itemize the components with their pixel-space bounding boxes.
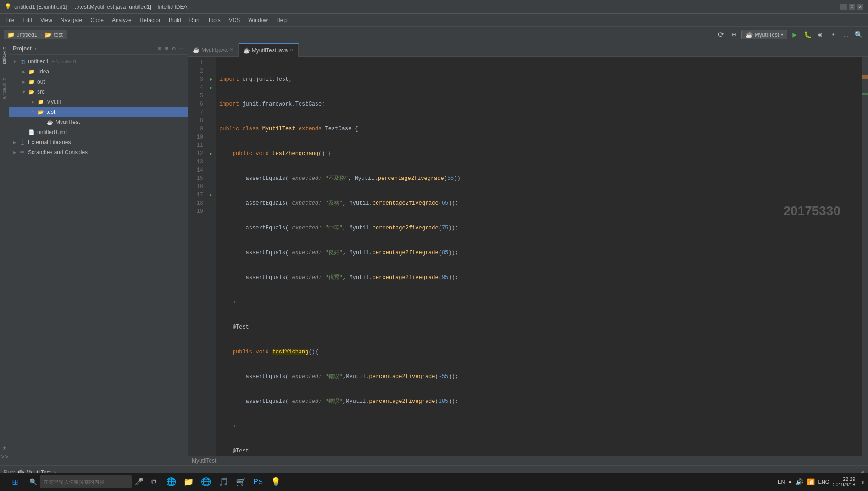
taskbar-icon-photoshop[interactable]: Ps [251, 474, 266, 489]
new-file-button[interactable]: ⊕ [157, 45, 162, 52]
menu-file[interactable]: File [2, 15, 18, 25]
collapse-all-button[interactable]: ≡ [164, 45, 170, 52]
coverage-button[interactable]: ◉ [815, 29, 826, 40]
taskbar-start-button[interactable]: ⊞ [4, 474, 27, 489]
taskbar-icon-music[interactable]: 🎵 [216, 474, 231, 489]
side-icon-structure[interactable]: 2: Structure [1, 76, 8, 101]
expand-arrow-idea: ▸ [20, 68, 28, 75]
folder-icon-myutil: 📁 [37, 99, 45, 105]
tree-label-out: out [37, 78, 45, 85]
taskbar-search-input[interactable] [40, 475, 132, 488]
expand-arrow-out: ▸ [20, 78, 28, 85]
run-button[interactable]: ▶ [789, 29, 800, 40]
tab-close-myutil[interactable]: ✕ [229, 47, 234, 53]
taskbar-icon-idea[interactable]: 💡 [268, 474, 283, 489]
windows-logo-icon: ⊞ [12, 476, 18, 488]
tree-item-iml[interactable]: ▸ 📄 untitled1.iml [9, 127, 188, 137]
tree-item-myutil[interactable]: ▸ 📁 Myutil [9, 97, 188, 107]
taskbar: ⊞ 🔍 🎤 ⧉ 🌐 📁 🌐 🎵 🛒 Ps 💡 EN ▲ 🔊 📶 ENG 22:2… [0, 473, 868, 491]
breadcrumb-sep: › [40, 32, 42, 38]
editor-breadcrumb: MyutilTest [188, 456, 868, 465]
side-icon-favorites[interactable]: ★ [2, 444, 6, 452]
tree-item-test[interactable]: ▾ 📂 test [9, 107, 188, 117]
tab-myutil[interactable]: ☕ Myutil.java ✕ [188, 43, 239, 57]
menu-bar: File Edit View Navigate Code Analyze Ref… [0, 14, 868, 27]
menu-refactor[interactable]: Refactor [136, 15, 164, 25]
minimize-panel-button[interactable]: ─ [178, 45, 184, 52]
project-dropdown-arrow[interactable]: ▾ [34, 46, 37, 51]
tab-close-myutiltest[interactable]: ✕ [289, 47, 294, 53]
maximize-button[interactable]: □ [849, 4, 855, 10]
menu-run[interactable]: Run [186, 15, 203, 25]
taskbar-icon-store[interactable]: 🛒 [234, 474, 248, 489]
side-panel-left: 1: Project 2: Structure ★ >> [0, 43, 9, 465]
code-editor[interactable]: 1 2 3 4 5 6 7 8 9 10 11 12 13 14 15 16 1… [188, 57, 868, 456]
taskbar-show-desktop[interactable]: ▮ [859, 479, 864, 485]
expand-arrow-myutil: ▸ [29, 99, 37, 105]
side-icon-project[interactable]: 1: Project [1, 45, 8, 66]
tab-label-myutil: Myutil.java [201, 47, 228, 53]
tab-myutiltest[interactable]: ☕ MyutilTest.java ✕ [239, 43, 299, 57]
folder-icon-out: 📁 [28, 79, 36, 85]
taskbar-wifi-icon[interactable]: 📶 [807, 478, 815, 486]
taskbar-icon-ie[interactable]: 🌐 [199, 474, 213, 489]
tab-label-myutiltest: MyutilTest.java [252, 47, 288, 54]
more-tools-button[interactable]: … [840, 29, 851, 40]
tree-label-test: test [46, 109, 55, 115]
tree-label-untitled1: untitled1 [28, 58, 49, 65]
expand-arrow-untitled1: ▾ [11, 58, 18, 65]
side-icon-more[interactable]: >> [0, 453, 8, 461]
expand-arrow-scratches: ▸ [11, 149, 18, 156]
sync-button[interactable]: ⟳ [716, 29, 727, 40]
menu-navigate[interactable]: Navigate [57, 15, 86, 25]
taskbar-up-arrow[interactable]: ▲ [788, 479, 791, 485]
profile-button[interactable]: ⚡ [828, 29, 839, 40]
folder-icon-idea: 📁 [28, 69, 36, 75]
taskbar-icon-folder[interactable]: 📁 [181, 474, 196, 489]
close-button[interactable]: ✕ [857, 4, 863, 10]
project-panel: Project ▾ ⊕ ≡ ⚙ ─ ▾ ◫ untitled1 E:\untit… [9, 43, 188, 465]
tree-item-myutiltest[interactable]: ▸ ☕ MyutilTest [9, 117, 188, 127]
tree-label-myutil: Myutil [46, 99, 61, 105]
tree-leaf-myutiltest: ▸ [39, 119, 46, 125]
tree-item-scratches[interactable]: ▸ ✏ Scratches and Consoles [9, 147, 188, 157]
search-everywhere-button[interactable]: 🔍 [853, 29, 864, 40]
menu-vcs[interactable]: VCS [225, 15, 244, 25]
title-bar: 💡 untitled1 [E:\untitled1] – ...\test\My… [0, 0, 868, 14]
settings-button[interactable]: ⚙ [171, 45, 177, 52]
right-scrollbar[interactable] [862, 57, 868, 456]
menu-tools[interactable]: Tools [204, 15, 224, 25]
tree-item-out[interactable]: ▸ 📁 out [9, 77, 188, 87]
project-panel-title: Project [13, 45, 32, 52]
menu-code[interactable]: Code [87, 15, 107, 25]
tree-label-extlibs: External Libraries [28, 139, 71, 145]
run-config-selector[interactable]: ☕ MyutilTest ▾ [741, 30, 787, 39]
taskbar-icon-edge[interactable]: 🌐 [164, 474, 178, 489]
tree-item-src[interactable]: ▾ 📂 src [9, 87, 188, 97]
menu-build[interactable]: Build [165, 15, 185, 25]
gutter: ▶ ▶ ▶ ▶ [206, 57, 216, 456]
taskbar-right: EN ▲ 🔊 📶 ENG 22:29 2019/4/18 ▮ [778, 476, 864, 487]
menu-analyze[interactable]: Analyze [108, 15, 135, 25]
taskbar-clock: 22:29 [833, 476, 855, 482]
tree-item-idea[interactable]: ▸ 📁 .idea [9, 67, 188, 77]
tree-item-extlibs[interactable]: ▸ 🗄 External Libraries [9, 137, 188, 147]
folder-icon: 📂 [45, 31, 52, 38]
debug-button[interactable]: 🐛 [802, 29, 813, 40]
menu-view[interactable]: View [37, 15, 56, 25]
breadcrumb-folder: test [54, 32, 62, 38]
taskbar-date: 2019/4/18 [833, 482, 855, 487]
project-breadcrumb[interactable]: 📁 untitled1 › 📂 test [4, 30, 67, 39]
menu-window[interactable]: Window [245, 15, 272, 25]
tab-icon-myutiltest: ☕ [243, 47, 250, 54]
code-content[interactable]: import org.junit.Test; import junit.fram… [216, 57, 862, 456]
taskbar-volume-icon[interactable]: 🔊 [796, 478, 803, 486]
layout-button[interactable]: ⊞ [729, 29, 740, 40]
run-config-name: MyutilTest [755, 32, 779, 38]
menu-help[interactable]: Help [273, 15, 291, 25]
taskbar-mic-icon[interactable]: 🎤 [134, 477, 144, 486]
menu-edit[interactable]: Edit [19, 15, 36, 25]
taskbar-icon-taskview[interactable]: ⧉ [146, 474, 161, 489]
minimize-button[interactable]: ─ [840, 4, 847, 10]
tree-item-untitled1[interactable]: ▾ ◫ untitled1 E:\untitled1 [9, 56, 188, 67]
